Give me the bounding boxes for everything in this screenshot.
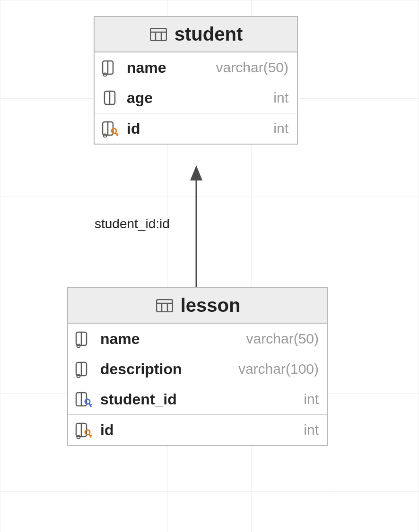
svg-point-15 <box>112 129 116 133</box>
svg-point-30 <box>85 399 90 404</box>
column-name: age <box>127 89 153 107</box>
column-type: int <box>304 391 319 407</box>
entity-student-header[interactable]: student <box>95 17 297 52</box>
column-row[interactable]: id int <box>68 414 327 445</box>
svg-line-32 <box>90 404 92 405</box>
entity-lesson[interactable]: lesson name varchar(50) description varc… <box>67 287 328 446</box>
column-name: name <box>127 59 166 77</box>
entity-lesson-header[interactable]: lesson <box>68 288 327 324</box>
entity-student[interactable]: student name varchar(50) age int id int <box>94 16 298 145</box>
column-name: id <box>100 421 113 439</box>
foreign-key-column-icon <box>75 390 94 409</box>
svg-rect-3 <box>150 28 166 41</box>
column-row[interactable]: description varchar(100) <box>68 354 327 384</box>
entity-student-title: student <box>175 24 243 45</box>
index-column-icon <box>75 329 94 348</box>
svg-line-38 <box>90 435 92 436</box>
column-row[interactable]: age int <box>95 83 297 113</box>
table-icon <box>149 25 168 44</box>
column-name: description <box>100 360 182 378</box>
column-type: varchar(50) <box>216 60 288 76</box>
column-row[interactable]: name varchar(50) <box>95 52 297 83</box>
plain-column-icon <box>101 88 120 107</box>
table-icon <box>155 296 174 315</box>
svg-line-17 <box>116 134 118 135</box>
column-row[interactable]: name varchar(50) <box>68 324 327 354</box>
column-type: varchar(100) <box>238 361 319 377</box>
column-name: id <box>127 120 140 137</box>
index-column-icon <box>101 58 120 77</box>
index-column-icon <box>75 360 94 378</box>
column-type: varchar(50) <box>246 331 319 347</box>
column-name: student_id <box>100 391 177 408</box>
svg-rect-18 <box>157 300 173 312</box>
column-name: name <box>100 330 140 348</box>
entity-lesson-title: lesson <box>181 295 241 316</box>
column-row[interactable]: id int <box>95 113 297 144</box>
column-row[interactable]: student_id int <box>68 384 327 414</box>
column-type: int <box>273 90 288 106</box>
column-type: int <box>273 120 288 137</box>
primary-key-column-icon <box>101 119 120 138</box>
svg-point-36 <box>85 430 90 435</box>
primary-key-column-icon <box>75 420 94 439</box>
relationship-label: student_id:id <box>95 216 170 232</box>
column-type: int <box>304 422 319 438</box>
